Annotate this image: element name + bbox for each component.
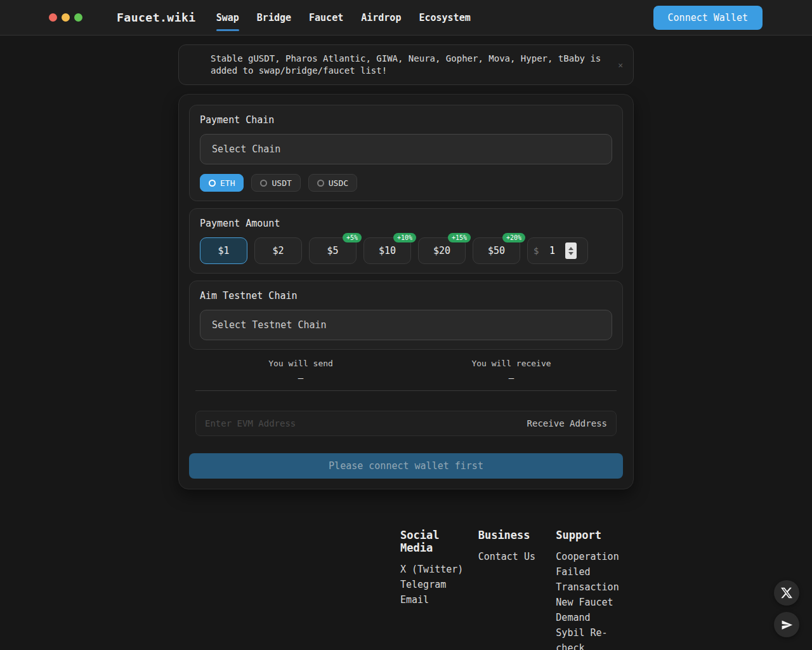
payment-chain-select[interactable]: Select Chain <box>200 134 612 164</box>
announcement-banner: Stable gUSDT, Pharos Atlantic, GIWA, Neu… <box>178 44 634 85</box>
floating-telegram-button[interactable] <box>774 612 799 637</box>
window-minimize-button[interactable] <box>62 13 70 22</box>
footer-business-column: Business Contact Us <box>478 529 556 650</box>
amount-button-1[interactable]: $1 <box>200 237 247 264</box>
aim-chain-select[interactable]: Select Testnet Chain <box>200 310 612 340</box>
x-twitter-icon <box>781 587 792 599</box>
footer-link-sybil-recheck[interactable]: Sybil Re-check <box>556 625 634 650</box>
footer-link-failed-transaction[interactable]: Failed Transaction <box>556 564 634 595</box>
nav-tab-faucet[interactable]: Faucet <box>309 8 343 27</box>
bonus-badge: +5% <box>343 233 362 242</box>
amount-button-50[interactable]: $50 +20% <box>473 237 520 264</box>
nav-tab-airdrop[interactable]: Airdrop <box>361 8 401 27</box>
amount-label: $2 <box>272 245 284 256</box>
aim-chain-section: Aim Testnet Chain Select Testnet Chain <box>189 281 623 350</box>
announcement-text: Stable gUSDT, Pharos Atlantic, GIWA, Neu… <box>211 53 601 76</box>
amount-label: $50 <box>488 245 505 256</box>
nav-tab-bridge[interactable]: Bridge <box>257 8 291 27</box>
token-label: USDT <box>272 178 291 188</box>
main-nav: Swap Bridge Faucet Airdrop Ecosystem <box>216 8 471 27</box>
footer-link-cooperation[interactable]: Cooperation <box>556 549 634 564</box>
aim-chain-title: Aim Testnet Chain <box>200 290 612 302</box>
footer-link-x-twitter[interactable]: X (Twitter) <box>400 562 478 577</box>
amount-label: $5 <box>327 245 338 256</box>
token-radio-eth[interactable]: ETH <box>200 174 244 192</box>
receive-value: – <box>406 373 617 383</box>
floating-x-twitter-button[interactable] <box>774 580 799 606</box>
submit-button[interactable]: Please connect wallet first <box>189 453 623 479</box>
send-summary: You will send – <box>195 359 406 383</box>
radio-icon <box>317 180 324 187</box>
close-icon[interactable]: ✕ <box>618 59 623 71</box>
number-stepper[interactable] <box>565 242 577 259</box>
amount-options: $1 $2 $5 +5% $10 +10% $20 +15% <box>200 237 612 264</box>
footer-link-telegram[interactable]: Telegram <box>400 577 478 592</box>
summary-divider <box>195 390 617 391</box>
payment-chain-title: Payment Chain <box>200 114 612 126</box>
token-label: USDC <box>329 178 348 188</box>
amount-button-5[interactable]: $5 +5% <box>309 237 357 264</box>
token-radio-usdc[interactable]: USDC <box>308 174 357 192</box>
custom-amount-field[interactable]: $ <box>527 237 588 264</box>
amount-button-10[interactable]: $10 +10% <box>363 237 411 264</box>
footer-link-email[interactable]: Email <box>400 592 478 607</box>
telegram-send-icon <box>781 619 793 631</box>
window-close-button[interactable] <box>49 13 57 22</box>
dollar-prefix: $ <box>534 246 539 256</box>
nav-tab-ecosystem[interactable]: Ecosystem <box>419 8 470 27</box>
footer-column-title: Social Media <box>400 529 478 554</box>
footer-support-column: Support Cooperation Failed Transaction N… <box>556 529 634 650</box>
radio-icon <box>209 180 216 187</box>
receive-summary: You will receive – <box>406 359 617 383</box>
payment-amount-section: Payment Amount $1 $2 $5 +5% $10 +10% $20 <box>189 208 623 274</box>
chevron-down-icon[interactable] <box>568 252 573 255</box>
payment-chain-section: Payment Chain Select Chain ETH USDT USDC <box>189 105 623 201</box>
amount-label: $1 <box>218 245 229 256</box>
connect-wallet-button[interactable]: Connect Wallet <box>653 6 763 30</box>
footer-social-media-column: Social Media X (Twitter) Telegram Email <box>400 529 478 650</box>
receive-address-field: Receive Address <box>195 411 617 436</box>
footer-column-title: Support <box>556 529 634 541</box>
evm-address-input[interactable] <box>205 418 521 428</box>
receive-label: You will receive <box>406 359 617 368</box>
token-label: ETH <box>220 178 235 188</box>
top-bar: Faucet.wiki Swap Bridge Faucet Airdrop E… <box>0 0 812 36</box>
send-label: You will send <box>195 359 406 368</box>
bonus-badge: +15% <box>448 233 471 242</box>
footer-link-contact-us[interactable]: Contact Us <box>478 549 556 564</box>
footer-link-new-faucet-demand[interactable]: New Faucet Demand <box>556 595 634 625</box>
token-radio-group: ETH USDT USDC <box>200 174 612 192</box>
nav-tab-swap[interactable]: Swap <box>216 8 239 27</box>
amount-button-2[interactable]: $2 <box>254 237 302 264</box>
content-column: Stable gUSDT, Pharos Atlantic, GIWA, Neu… <box>178 44 634 650</box>
amount-button-20[interactable]: $20 +15% <box>418 237 466 264</box>
token-radio-usdt[interactable]: USDT <box>251 174 300 192</box>
window-controls <box>49 13 82 22</box>
footer: Social Media X (Twitter) Telegram Email … <box>178 489 634 650</box>
radio-icon <box>260 180 267 187</box>
chevron-up-icon[interactable] <box>568 247 573 250</box>
amount-label: $20 <box>433 245 450 256</box>
receive-address-label: Receive Address <box>527 418 607 428</box>
bonus-badge: +10% <box>393 233 416 242</box>
swap-summary: You will send – You will receive – <box>195 359 617 383</box>
amount-label: $10 <box>379 245 396 256</box>
window-zoom-button[interactable] <box>74 13 82 22</box>
footer-column-title: Business <box>478 529 556 541</box>
bonus-badge: +20% <box>502 233 525 242</box>
payment-amount-title: Payment Amount <box>200 218 612 229</box>
site-logo: Faucet.wiki <box>117 11 196 24</box>
send-value: – <box>195 373 406 383</box>
swap-panel: Payment Chain Select Chain ETH USDT USDC <box>178 94 634 489</box>
custom-amount-input[interactable] <box>542 245 562 256</box>
